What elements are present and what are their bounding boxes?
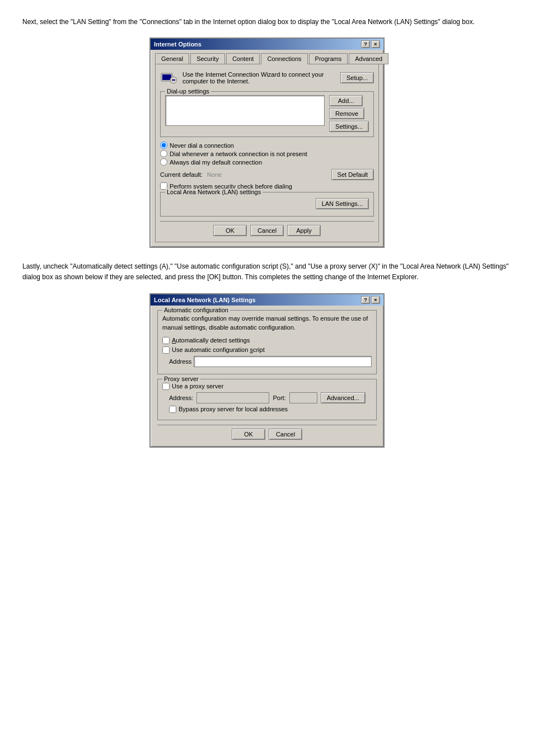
proxy-address-input[interactable]: [196, 392, 269, 403]
internet-options-dialog: Internet Options ? × General Security Co…: [149, 37, 385, 248]
lan-settings-groupbox: Local Area Network (LAN) settings LAN Se…: [160, 192, 374, 217]
proxy-server-label: Proxy server: [162, 375, 200, 382]
auto-config-description: Automatic configuration may override man…: [162, 314, 372, 332]
settings-button[interactable]: Settings...: [329, 121, 369, 132]
radio-never-dial-label: Never dial a connection: [170, 142, 234, 149]
lan-footer: OK Cancel: [157, 425, 377, 441]
current-default-label: Current default:: [160, 171, 203, 178]
dial-up-row: Add... Remove Settings...: [165, 95, 369, 132]
internet-options-tabs: General Security Content Connections Pro…: [155, 53, 379, 64]
bypass-proxy-label: Bypass proxy server for local addresses: [179, 406, 288, 412]
lan-help-button[interactable]: ?: [361, 296, 370, 304]
proxy-port-input[interactable]: [289, 392, 317, 403]
auto-detect-checkbox[interactable]: [162, 337, 170, 344]
lan-body: Automatic configuration Automatic config…: [151, 306, 383, 447]
tab-advanced[interactable]: Advanced: [349, 53, 388, 64]
lan-close-button[interactable]: ×: [371, 296, 380, 304]
address-input[interactable]: [194, 356, 372, 367]
auto-config-script-checkbox[interactable]: [162, 346, 170, 354]
tab-connections[interactable]: Connections: [261, 53, 307, 64]
proxy-server-groupbox: Proxy server Use a proxy server Address:…: [157, 379, 377, 420]
middle-paragraph: Lastly, uncheck "Automatically detect se…: [22, 261, 512, 283]
lan-settings-row: LAN Settings...: [165, 196, 369, 212]
radio-dial-whenever-input[interactable]: [160, 150, 167, 157]
advanced-button[interactable]: Advanced...: [321, 392, 366, 403]
lan-settings-title: Local Area Network (LAN) Settings: [154, 297, 256, 303]
internet-options-body: General Security Content Connections Pro…: [151, 50, 383, 247]
setup-button[interactable]: Setup...: [340, 72, 374, 83]
connection-wizard-icon: [160, 69, 178, 87]
cancel-button[interactable]: Cancel: [250, 225, 284, 236]
auto-detect-row: Automatically detect settings: [162, 337, 372, 344]
wizard-row: Use the Internet Connection Wizard to co…: [160, 69, 374, 87]
radio-always-dial-label: Always dial my default connection: [170, 159, 262, 166]
lan-settings-button[interactable]: LAN Settings...: [316, 198, 369, 209]
proxy-port-label: Port:: [273, 395, 285, 401]
radio-always-dial: Always dial my default connection: [160, 158, 374, 166]
svg-rect-1: [162, 74, 171, 80]
auto-config-label: Automatic configuration: [162, 307, 230, 313]
tab-content[interactable]: Content: [226, 53, 260, 64]
intro-paragraph: Next, select the "LAN Setting" from the …: [22, 17, 512, 27]
connections-tab-content: Use the Internet Connection Wizard to co…: [155, 64, 379, 242]
set-default-button[interactable]: Set Default: [331, 169, 374, 180]
current-default-value: None: [207, 171, 222, 178]
apply-button[interactable]: Apply: [287, 225, 321, 236]
lan-settings-groupbox-label: Local Area Network (LAN) settings: [165, 189, 263, 195]
internet-options-title: Internet Options: [154, 41, 202, 48]
dial-up-buttons: Add... Remove Settings...: [329, 95, 369, 132]
address-label: Address: [169, 358, 191, 365]
use-proxy-checkbox[interactable]: [162, 383, 170, 390]
ok-button[interactable]: OK: [213, 225, 247, 236]
dial-up-settings-label: Dial-up settings: [165, 88, 211, 95]
internet-options-footer: OK Cancel Apply: [160, 221, 374, 237]
lan-titlebar-buttons: ? ×: [361, 296, 380, 304]
radio-never-dial-input[interactable]: [160, 142, 167, 149]
radio-always-dial-input[interactable]: [160, 158, 167, 166]
tab-programs[interactable]: Programs: [309, 53, 348, 64]
close-button[interactable]: ×: [371, 40, 380, 48]
current-default-row: Current default: None Set Default: [160, 169, 374, 180]
auto-config-script-row: Use automatic configuration script: [162, 346, 372, 354]
auto-config-script-label: Use automatic configuration script: [172, 346, 265, 353]
lan-settings-dialog: Local Area Network (LAN) Settings ? × Au…: [149, 293, 385, 448]
bypass-proxy-row: Bypass proxy server for local addresses: [169, 406, 372, 413]
internet-options-dialog-wrapper: Internet Options ? × General Security Co…: [22, 37, 512, 248]
lan-settings-titlebar: Local Area Network (LAN) Settings ? ×: [151, 294, 383, 306]
add-button[interactable]: Add...: [329, 95, 363, 106]
radio-never-dial: Never dial a connection: [160, 142, 374, 149]
help-button[interactable]: ?: [361, 40, 370, 48]
lan-ok-button[interactable]: OK: [232, 429, 265, 440]
bypass-proxy-checkbox[interactable]: [169, 406, 176, 413]
radio-dial-whenever-label: Dial whenever a network connection is no…: [170, 151, 307, 157]
dial-up-list[interactable]: [165, 95, 325, 126]
auto-config-groupbox: Automatic configuration Automatic config…: [157, 310, 377, 374]
radio-group: Never dial a connection Dial whenever a …: [160, 142, 374, 166]
proxy-address-row: Address: Port: Advanced...: [169, 392, 372, 403]
remove-button[interactable]: Remove: [329, 108, 364, 119]
use-proxy-row: Use a proxy server: [162, 383, 372, 390]
lan-cancel-button[interactable]: Cancel: [269, 429, 302, 440]
dial-up-settings-groupbox: Dial-up settings Add... Remove Settings.…: [160, 91, 374, 137]
internet-options-titlebar: Internet Options ? ×: [151, 39, 383, 50]
tab-general[interactable]: General: [155, 53, 189, 64]
proxy-address-label: Address:: [169, 395, 193, 401]
titlebar-buttons: ? ×: [361, 40, 380, 48]
dial-up-list-col: [165, 95, 325, 129]
address-row: Address: [169, 356, 372, 367]
lan-settings-dialog-wrapper: Local Area Network (LAN) Settings ? × Au…: [22, 293, 512, 448]
radio-dial-whenever: Dial whenever a network connection is no…: [160, 150, 374, 157]
wizard-text: Use the Internet Connection Wizard to co…: [182, 71, 336, 84]
auto-detect-label: Automatically detect settings: [172, 337, 250, 344]
tab-security[interactable]: Security: [190, 53, 225, 64]
use-proxy-label: Use a proxy server: [172, 383, 223, 389]
